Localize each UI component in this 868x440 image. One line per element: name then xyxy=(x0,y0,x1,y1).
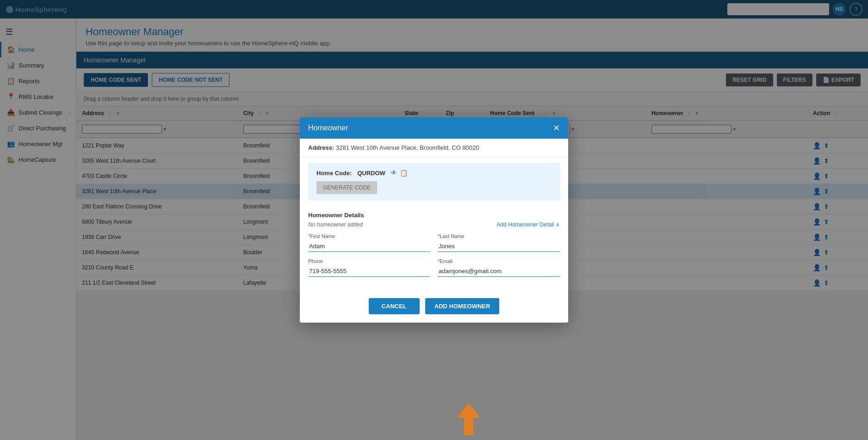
home-code-icons: 👁 📋 xyxy=(391,169,408,177)
add-homeowner-button[interactable]: ADD HOMEOWNER xyxy=(425,298,500,314)
no-homeowner-row: No homeowner added Add Homeowner Detail … xyxy=(308,221,560,228)
email-group: *Email xyxy=(438,258,560,277)
phone-group: Phone xyxy=(308,258,430,277)
eye-off-icon[interactable]: 👁 xyxy=(391,169,397,177)
first-name-group: *First Name xyxy=(308,233,430,252)
chevron-up-icon: ∧ xyxy=(556,221,560,228)
last-name-input[interactable] xyxy=(438,241,560,252)
first-name-input[interactable] xyxy=(308,241,430,252)
last-name-group: *Last Name xyxy=(438,233,560,252)
form-name-row: *First Name *Last Name xyxy=(308,233,560,252)
modal-header: Homeowner ✕ xyxy=(300,117,568,139)
copy-icon[interactable]: 📋 xyxy=(400,169,408,177)
modal-address-label: Address: xyxy=(308,144,334,151)
email-input[interactable] xyxy=(438,266,560,277)
phone-input[interactable] xyxy=(308,266,430,277)
modal-close-button[interactable]: ✕ xyxy=(553,124,560,132)
phone-label: Phone xyxy=(308,258,430,264)
generate-code-button[interactable]: GENERATE CODE xyxy=(316,181,377,194)
form-contact-row: Phone *Email xyxy=(308,258,560,277)
modal-body: Address: 3281 West 10th Avenue Place, Br… xyxy=(300,139,568,323)
first-name-label: *First Name xyxy=(308,233,430,239)
no-homeowner-text: No homeowner added xyxy=(308,221,363,228)
home-code-section: Home Code: QURDOW 👁 📋 GENERATE CODE xyxy=(308,163,560,201)
add-homeowner-detail-link[interactable]: Add Homeowner Detail ∧ xyxy=(497,221,560,228)
modal-actions: CANCEL ADD HOMEOWNER xyxy=(300,292,568,323)
homeowner-details-section: Homeowner Details No homeowner added Add… xyxy=(300,206,568,292)
home-code-label: Home Code: xyxy=(316,170,352,177)
modal-address: Address: 3281 West 10th Avenue Place, Br… xyxy=(300,139,568,157)
home-code-value: QURDOW xyxy=(357,170,385,177)
modal-overlay[interactable]: Homeowner ✕ Address: 3281 West 10th Aven… xyxy=(0,0,868,440)
email-label: *Email xyxy=(438,258,560,264)
modal-address-value: 3281 West 10th Avenue Place, Broomfield,… xyxy=(336,144,479,151)
homeowner-modal: Homeowner ✕ Address: 3281 West 10th Aven… xyxy=(300,117,568,323)
cancel-button[interactable]: CANCEL xyxy=(369,298,420,314)
homeowner-details-title: Homeowner Details xyxy=(308,212,560,219)
modal-title: Homeowner xyxy=(308,124,348,132)
last-name-label: *Last Name xyxy=(438,233,560,239)
